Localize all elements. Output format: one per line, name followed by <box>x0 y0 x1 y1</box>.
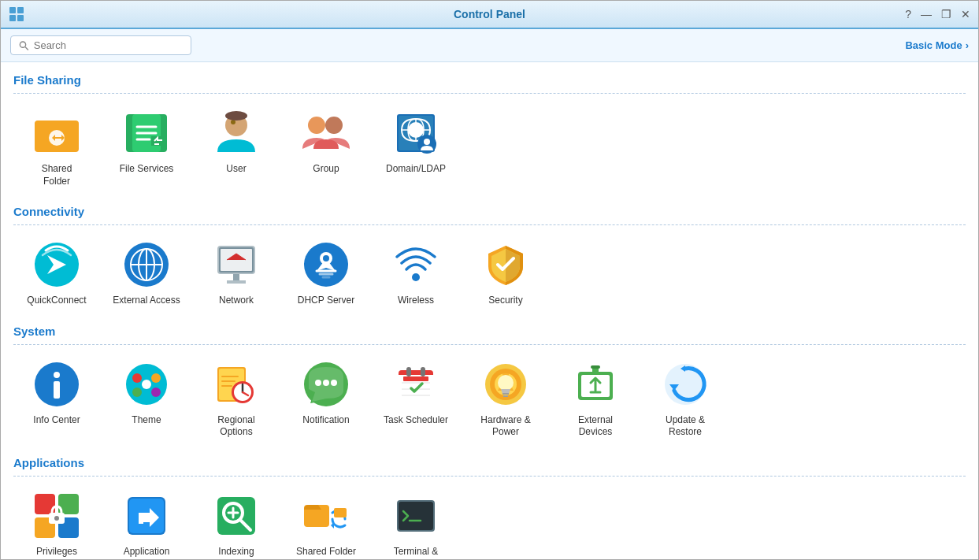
icon-item-terminal-snmp[interactable]: Terminal & SNMP <box>373 484 459 560</box>
svg-point-41 <box>54 372 60 378</box>
section-title-system: System <box>13 325 966 338</box>
icon-label-external-access: External Access <box>113 295 180 307</box>
task-scheduler-icon <box>391 359 441 410</box>
icon-item-file-services[interactable]: File Services <box>103 102 190 194</box>
svg-rect-100 <box>334 508 347 517</box>
section-divider-connectivity <box>13 224 966 225</box>
icon-label-shared-folder: Shared Folder <box>42 163 72 187</box>
icon-label-hardware-power: Hardware & Power <box>480 414 530 439</box>
svg-point-21 <box>424 139 430 145</box>
title-bar: Control Panel ? — ❐ ✕ <box>1 1 978 29</box>
hardware-power-icon <box>480 359 531 410</box>
terminal-snmp-icon <box>391 491 441 541</box>
icon-item-hardware-power[interactable]: Hardware & Power <box>462 353 549 445</box>
icon-label-terminal-snmp: Terminal & SNMP <box>394 546 439 560</box>
icon-label-notification: Notification <box>302 414 349 427</box>
search-box[interactable] <box>10 35 191 55</box>
icon-item-group[interactable]: Group <box>283 102 369 194</box>
svg-rect-2 <box>9 15 16 21</box>
icon-item-task-scheduler[interactable]: Task Scheduler <box>373 353 459 445</box>
icon-grid-file-sharing: Shared Folder File Services User Group <box>13 102 966 194</box>
svg-rect-83 <box>591 365 600 369</box>
icon-label-network: Network <box>219 295 254 307</box>
icon-label-shared-folder-sync: Shared Folder Sync <box>296 546 356 560</box>
icon-item-network[interactable]: Network <box>193 233 280 313</box>
icon-item-wireless[interactable]: Wireless <box>373 233 459 313</box>
window-title: Control Panel <box>454 8 525 20</box>
notification-icon <box>301 359 351 410</box>
external-devices-icon <box>570 359 621 410</box>
icon-item-quickconnect[interactable]: QuickConnect <box>13 233 100 313</box>
shared-folder-icon <box>32 108 82 158</box>
icon-label-file-services: File Services <box>120 163 174 176</box>
icon-label-wireless: Wireless <box>398 295 434 307</box>
application-portal-icon <box>121 491 172 541</box>
close-button[interactable]: ✕ <box>961 8 970 20</box>
icon-item-indexing-service[interactable]: Indexing Service <box>193 484 280 560</box>
security-icon <box>480 239 531 290</box>
privileges-icon <box>32 491 82 541</box>
svg-rect-68 <box>406 367 411 376</box>
svg-rect-32 <box>227 280 246 284</box>
help-button[interactable]: ? <box>905 8 911 20</box>
icon-label-domain-ldap: Domain/LDAP <box>386 163 446 176</box>
svg-rect-102 <box>399 502 433 530</box>
svg-point-13 <box>308 117 325 134</box>
network-icon <box>211 239 261 290</box>
update-restore-icon <box>660 359 710 410</box>
icon-item-shared-folder-sync[interactable]: Shared Folder Sync <box>283 484 369 560</box>
wireless-icon <box>391 239 441 290</box>
svg-rect-3 <box>17 15 24 21</box>
icon-item-security[interactable]: Security <box>462 233 549 313</box>
icon-item-external-access[interactable]: External Access <box>103 233 190 313</box>
icon-grid-system: Info Center Theme Regional Options <box>13 353 966 445</box>
dhcp-server-icon <box>301 239 351 290</box>
icon-label-security: Security <box>488 295 522 307</box>
search-icon <box>19 40 29 51</box>
svg-line-5 <box>25 46 28 50</box>
svg-point-91 <box>54 516 59 521</box>
svg-point-64 <box>331 380 337 386</box>
group-icon <box>301 108 351 158</box>
content-area: File Sharing Shared Folder File Services… <box>1 62 978 560</box>
icon-item-update-restore[interactable]: Update & Restore <box>642 353 729 445</box>
svg-point-45 <box>151 373 161 383</box>
icon-label-info-center: Info Center <box>33 414 80 427</box>
indexing-service-icon <box>211 491 261 541</box>
icon-item-notification[interactable]: Notification <box>283 353 369 445</box>
icon-label-application-portal: Application Portal <box>124 546 170 560</box>
icon-item-info-center[interactable]: Info Center <box>13 353 100 445</box>
section-divider-file-sharing <box>13 93 966 94</box>
svg-rect-42 <box>54 381 60 399</box>
icon-item-user[interactable]: User <box>193 102 280 194</box>
icon-grid-applications: Privileges Application Portal Indexing S… <box>13 484 966 560</box>
svg-rect-0 <box>9 7 16 13</box>
app-icon <box>9 6 24 22</box>
icon-item-external-devices[interactable]: External Devices <box>552 353 639 445</box>
icon-item-domain-ldap[interactable]: Domain/LDAP <box>373 102 459 194</box>
svg-point-12 <box>225 111 247 121</box>
basic-mode-button[interactable]: Basic Mode › <box>905 39 969 51</box>
search-input[interactable] <box>34 39 183 51</box>
section-title-file-sharing: File Sharing <box>13 73 966 87</box>
svg-point-47 <box>151 388 161 397</box>
icon-item-theme[interactable]: Theme <box>103 353 190 445</box>
icon-label-quickconnect: QuickConnect <box>27 295 86 307</box>
section-divider-applications <box>13 476 966 477</box>
icon-item-application-portal[interactable]: Application Portal <box>103 484 190 560</box>
icon-item-dhcp-server[interactable]: DHCP Server <box>283 233 369 313</box>
svg-point-78 <box>498 375 514 391</box>
maximize-button[interactable]: ❐ <box>941 8 951 20</box>
svg-point-62 <box>315 380 321 386</box>
icon-item-shared-folder[interactable]: Shared Folder <box>13 102 100 194</box>
icon-label-task-scheduler: Task Scheduler <box>384 414 448 427</box>
svg-point-63 <box>323 380 329 386</box>
icon-grid-connectivity: QuickConnect External Access Network DHC… <box>13 233 966 313</box>
icon-label-dhcp-server: DHCP Server <box>298 295 354 307</box>
icon-item-privileges[interactable]: Privileges <box>13 484 100 560</box>
section-divider-system <box>13 344 966 345</box>
svg-rect-73 <box>403 376 428 381</box>
icon-item-regional-options[interactable]: Regional Options <box>193 353 280 445</box>
minimize-button[interactable]: — <box>921 8 932 20</box>
window-controls[interactable]: ? — ❐ ✕ <box>905 8 970 20</box>
